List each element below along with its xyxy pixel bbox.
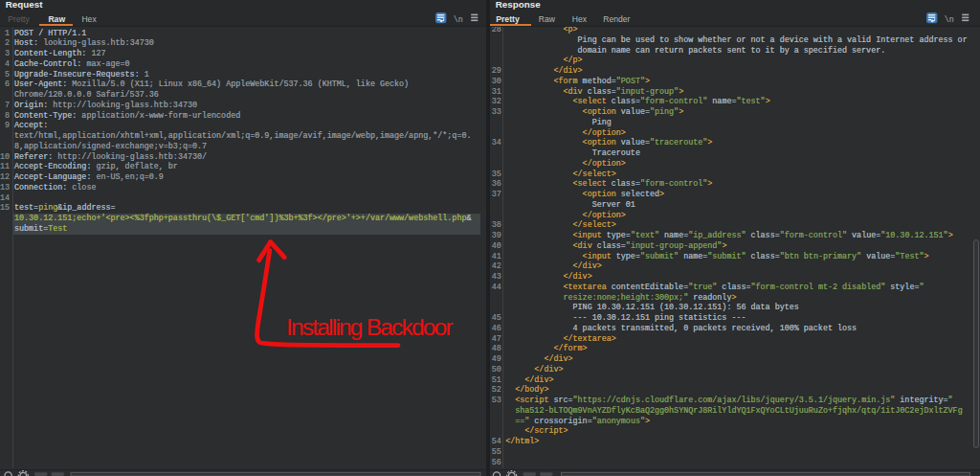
svg-text:\n: \n [945,15,954,25]
svg-text:\n: \n [454,15,463,25]
